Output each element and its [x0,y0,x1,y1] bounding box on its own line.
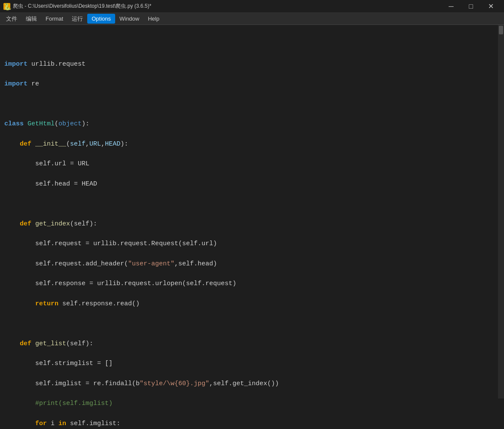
editor-container: import urllib.request import re class Ge… [0,25,504,429]
menu-help[interactable]: Help [144,14,164,24]
code-line-16: def get_list(self): [4,339,488,349]
window-controls: ─ □ ✕ [441,0,501,13]
menu-format[interactable]: Format [41,14,67,24]
scrollbar-thumb[interactable] [499,26,503,34]
code-line-19: #print(self.imglist) [4,399,488,408]
menu-run[interactable]: 运行 [67,13,87,24]
title-bar: 🐍 爬虫 - C:\Users\Diversifolius\Desktop\19… [0,0,504,13]
code-line-4 [4,99,488,109]
title-text: 爬虫 - C:\Users\Diversifolius\Desktop\19.t… [13,3,151,10]
code-line-11: self.request = urllib.request.Request(se… [4,239,488,249]
code-line-20: for i in self.imglist: [4,419,488,429]
vertical-scrollbar[interactable] [498,25,504,399]
code-line-6: def __init__(self,URL,HEAD): [4,139,488,149]
code-line-12: self.request.add_header("user-agent",sel… [4,259,488,269]
code-line-9 [4,199,488,209]
close-button[interactable]: ✕ [481,0,501,13]
title-bar-left: 🐍 爬虫 - C:\Users\Diversifolius\Desktop\19… [3,3,151,10]
code-line-17: self.strimglist = [] [4,359,488,368]
menu-window[interactable]: Window [115,14,144,24]
menu-file[interactable]: 文件 [2,13,21,24]
code-line-7: self.url = URL [4,159,488,169]
code-line-5: class GetHtml(object): [4,119,488,129]
menu-edit[interactable]: 编辑 [21,13,41,24]
menu-options[interactable]: Options [87,14,115,24]
code-line-8: self.head = HEAD [4,179,488,189]
code-line-14: return self.response.read() [4,299,488,309]
code-line-10: def get_index(self): [4,219,488,229]
code-line-2: import urllib.request [4,59,488,69]
maximize-button[interactable]: □ [461,0,481,13]
code-area[interactable]: import urllib.request import re class Ge… [0,25,496,429]
code-line-1 [4,39,488,49]
menu-bar: 文件 编辑 Format 运行 Options Window Help [0,13,504,25]
code-line-13: self.response = urllib.request.urlopen(s… [4,279,488,289]
code-line-3: import re [4,79,488,89]
code-line-18: self.imglist = re.findall(b"style/\w{60}… [4,379,488,389]
app-icon: 🐍 [3,3,10,10]
minimize-button[interactable]: ─ [441,0,461,13]
code-line-15 [4,319,488,329]
